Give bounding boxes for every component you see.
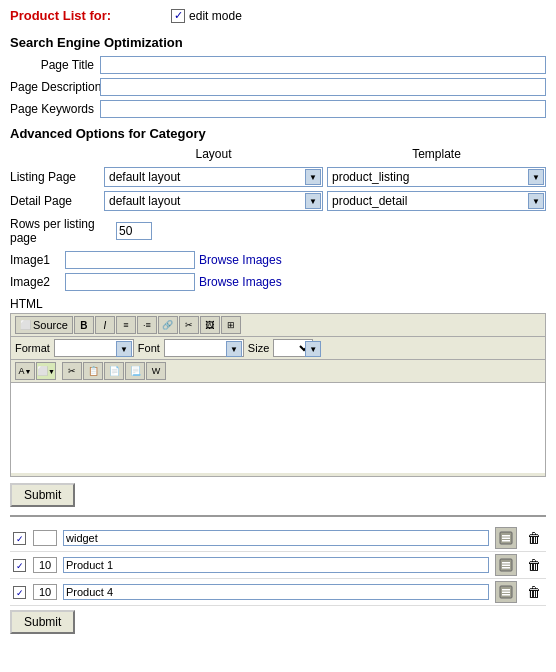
row-settings-button[interactable]	[495, 554, 517, 576]
listing-layout-wrapper: default layout 2 column 3 column ▼	[104, 167, 323, 187]
row-settings-button[interactable]	[495, 527, 517, 549]
svg-rect-2	[502, 538, 510, 540]
row-delete-button[interactable]: 🗑	[525, 527, 543, 549]
table-row: 🗑	[10, 579, 546, 606]
link-button[interactable]: 🔗	[158, 316, 178, 334]
page-keywords-row: Page Keywords	[10, 100, 546, 118]
image1-label: Image1	[10, 253, 65, 267]
bottom-submit-button[interactable]: Submit	[10, 610, 75, 634]
row-delete-button[interactable]: 🗑	[525, 581, 543, 603]
table-row: 🗑	[10, 552, 546, 579]
paste-word-button[interactable]: W	[146, 362, 166, 380]
row-num-input[interactable]	[33, 530, 57, 546]
paste-button[interactable]: 📄	[104, 362, 124, 380]
row-num-input[interactable]	[33, 584, 57, 600]
html-editor-textarea[interactable]	[11, 383, 545, 473]
svg-rect-7	[502, 567, 510, 569]
image2-label: Image2	[10, 275, 65, 289]
detail-layout-wrapper: default layout 2 column 3 column ▼	[104, 191, 323, 211]
seo-section-title: Search Engine Optimization	[10, 35, 546, 50]
edit-mode-label: edit mode	[189, 9, 242, 23]
rows-per-page-label: Rows per listing page	[10, 217, 110, 245]
image1-browse-link[interactable]: Browse Images	[199, 253, 282, 267]
bold-button[interactable]: B	[74, 316, 94, 334]
cut-button[interactable]: ✂	[62, 362, 82, 380]
page-title-row: Page Title	[10, 56, 546, 74]
edit-mode-checkbox[interactable]	[171, 9, 185, 23]
detail-layout-select[interactable]: default layout 2 column 3 column	[104, 191, 323, 211]
row-checkbox[interactable]	[13, 559, 26, 572]
image2-input[interactable]	[65, 273, 195, 291]
image1-row: Image1 Browse Images	[10, 251, 546, 269]
product-list-label: Product List for:	[10, 8, 111, 23]
font-select-wrapper: ▼	[164, 339, 244, 357]
size-select-wrapper: ▼	[273, 339, 323, 357]
row-name-input[interactable]	[63, 557, 489, 573]
editor-toolbar-row3: A▼ ⬜▼ ✂ 📋 📄 📃 W	[11, 360, 545, 383]
svg-rect-3	[502, 540, 510, 542]
page-description-label: Page Description	[10, 80, 100, 94]
size-select[interactable]	[273, 339, 313, 357]
text-color-button[interactable]: A▼	[15, 362, 35, 380]
format-label: Format	[15, 342, 50, 354]
row-name-input[interactable]	[63, 584, 489, 600]
page-title-input[interactable]	[100, 56, 546, 74]
unlink-button[interactable]: ✂	[179, 316, 199, 334]
source-btn-label: Source	[33, 319, 68, 331]
page-keywords-input[interactable]	[100, 100, 546, 118]
size-label: Size	[248, 342, 269, 354]
row-checkbox[interactable]	[13, 532, 26, 545]
header: Product List for: edit mode	[10, 8, 546, 23]
row-num-input[interactable]	[33, 557, 57, 573]
paste-text-button[interactable]: 📃	[125, 362, 145, 380]
editor-toolbar-row1: ⬜ Source B I ≡ ·≡ 🔗 ✂ 🖼 ⊞	[11, 314, 545, 337]
svg-rect-5	[502, 562, 510, 564]
html-editor-wrapper: ⬜ Source B I ≡ ·≡ 🔗 ✂ 🖼 ⊞ Format	[10, 313, 546, 477]
page-description-input[interactable]	[100, 78, 546, 96]
detail-template-wrapper: product_detail product_detail_alt ▼	[327, 191, 546, 211]
table-button[interactable]: ⊞	[221, 316, 241, 334]
page-title-label: Page Title	[10, 58, 100, 72]
svg-rect-6	[502, 565, 510, 567]
bg-color-button[interactable]: ⬜▼	[36, 362, 56, 380]
html-label: HTML	[10, 297, 546, 311]
advanced-section: Advanced Options for Category Layout Tem…	[10, 126, 546, 211]
image-button[interactable]: 🖼	[200, 316, 220, 334]
detail-template-select[interactable]: product_detail product_detail_alt	[327, 191, 546, 211]
italic-button[interactable]: I	[95, 316, 115, 334]
image2-browse-link[interactable]: Browse Images	[199, 275, 282, 289]
detail-page-label: Detail Page	[10, 194, 100, 208]
table-row: 🗑	[10, 525, 546, 552]
row-settings-button[interactable]	[495, 581, 517, 603]
editor-toolbar-row2: Format ▼ Font ▼ Size	[11, 337, 545, 360]
font-label: Font	[138, 342, 160, 354]
row-name-input[interactable]	[63, 530, 489, 546]
page-keywords-label: Page Keywords	[10, 102, 100, 116]
listing-template-select[interactable]: product_listing product_listing_alt	[327, 167, 546, 187]
listing-page-label: Listing Page	[10, 170, 100, 184]
font-select[interactable]	[164, 339, 244, 357]
svg-rect-10	[502, 592, 510, 594]
svg-rect-9	[502, 589, 510, 591]
format-select[interactable]	[54, 339, 134, 357]
copy-button[interactable]: 📋	[83, 362, 103, 380]
svg-rect-1	[502, 535, 510, 537]
ol-button[interactable]: ≡	[116, 316, 136, 334]
advanced-section-title: Advanced Options for Category	[10, 126, 546, 141]
row-delete-button[interactable]: 🗑	[525, 554, 543, 576]
page-description-row: Page Description	[10, 78, 546, 96]
product-table: 🗑	[10, 525, 546, 606]
svg-rect-11	[502, 594, 510, 596]
layout-col-header: Layout	[104, 147, 323, 163]
rows-per-page-input[interactable]	[116, 222, 152, 240]
edit-mode-row: edit mode	[171, 9, 242, 23]
ul-button[interactable]: ·≡	[137, 316, 157, 334]
listing-layout-select[interactable]: default layout 2 column 3 column	[104, 167, 323, 187]
source-button[interactable]: ⬜ Source	[15, 316, 73, 334]
format-select-wrapper: ▼	[54, 339, 134, 357]
submit-button[interactable]: Submit	[10, 483, 75, 507]
listing-template-wrapper: product_listing product_listing_alt ▼	[327, 167, 546, 187]
template-col-header: Template	[327, 147, 546, 163]
row-checkbox[interactable]	[13, 586, 26, 599]
image1-input[interactable]	[65, 251, 195, 269]
